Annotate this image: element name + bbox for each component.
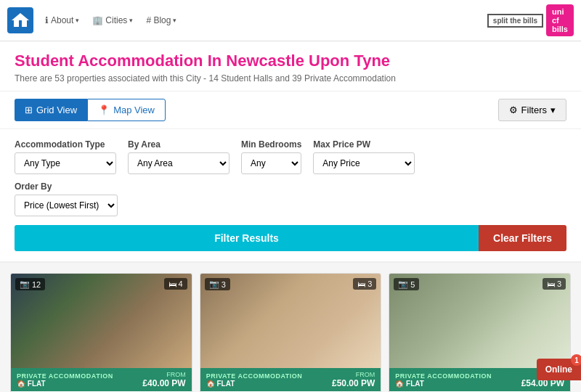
accommodation-type-select[interactable]: Any Type [15, 152, 116, 174]
beds-badge: 🛏 4 [164, 278, 187, 290]
by-area-select[interactable]: Any Area [128, 152, 229, 174]
page-subtitle: There are 53 properties associated with … [15, 73, 566, 83]
online-badge-label: Online [545, 364, 572, 375]
uni-logo[interactable]: unicfbills [546, 4, 574, 36]
clear-filters-button[interactable]: Clear Filters [479, 225, 566, 251]
filters-section: Accommodation Type Any Type By Area Any … [0, 129, 581, 263]
card-price: £40.00 PW [142, 378, 185, 388]
nav-blog[interactable]: # Blog ▾ [142, 14, 181, 27]
online-badge-count: 1 [571, 354, 581, 366]
card-price-group: FROM £40.00 PW [142, 371, 185, 388]
card-type-flat: PRIVATE ACCOMMODATION 🏠 FLAT [395, 372, 492, 388]
blog-arrow-icon: ▾ [173, 17, 176, 24]
card-from-label: FROM [332, 371, 375, 378]
beds-count: 3 [557, 279, 561, 288]
page-header: Student Accommodation In Newcastle Upon … [0, 41, 581, 91]
max-price-label: Max Price PW [313, 139, 415, 150]
nav-links: ℹ About ▾ 🏢 Cities ▾ # Blog ▾ [41, 14, 480, 27]
nav-cities[interactable]: 🏢 Cities ▾ [88, 14, 137, 27]
photos-badge: 📷 3 [205, 278, 230, 290]
card-price-group: FROM £50.00 PW [332, 371, 375, 388]
map-pin-icon: 📍 [98, 105, 110, 115]
filter-row-1: Accommodation Type Any Type By Area Any … [15, 139, 566, 174]
about-arrow-icon: ▾ [76, 17, 79, 24]
camera-icon: 📷 [398, 279, 408, 289]
view-toggle-bar: ⊞ Grid View 📍 Map View ⚙ Filters ▾ [0, 91, 581, 129]
property-card: 📷 3 🛏 3 PRIVATE ACCOMMODATION 🏠 FLAT FRO… [200, 273, 382, 392]
svg-marker-2 [12, 13, 29, 20]
card-type-tag: PRIVATE ACCOMMODATION [395, 372, 492, 380]
card-image-wrapper: 📷 5 🛏 3 [389, 274, 570, 368]
photos-badge: 📷 5 [394, 278, 419, 290]
properties-section: 📷 12 🛏 4 PRIVATE ACCOMMODATION 🏠 FLAT FR… [0, 263, 581, 392]
accommodation-type-label: Accommodation Type [15, 139, 116, 150]
building-icon: 🏢 [92, 15, 103, 25]
logo-icon [7, 7, 33, 33]
card-label-bar: PRIVATE ACCOMMODATION 🏠 FLAT FROM £50.00… [200, 368, 381, 391]
min-bedrooms-label: Min Bedrooms [241, 139, 301, 150]
card-flat-label: 🏠 FLAT [17, 380, 113, 388]
filter-max-price: Max Price PW Any Price [313, 139, 415, 174]
properties-grid: 📷 12 🛏 4 PRIVATE ACCOMMODATION 🏠 FLAT FR… [10, 273, 571, 392]
filter-order-by: Order By Price (Lowest First) [15, 181, 118, 216]
nav-about[interactable]: ℹ About ▾ [41, 14, 84, 27]
by-area-label: By Area [128, 139, 229, 150]
photos-count: 12 [32, 280, 41, 289]
bed-icon: 🛏 [547, 279, 555, 288]
filters-arrow-icon: ▾ [550, 105, 556, 115]
logo [7, 7, 33, 33]
grid-icon: ⊞ [25, 105, 33, 115]
filter-by-area: By Area Any Area [128, 139, 229, 174]
gear-icon: ⚙ [509, 105, 518, 115]
splitbills-logo[interactable]: split the bills [487, 14, 543, 28]
page-title: Student Accommodation In Newcastle Upon … [15, 52, 566, 70]
filters-button[interactable]: ⚙ Filters ▾ [498, 99, 566, 121]
filter-actions: Filter Results Clear Filters [15, 225, 566, 251]
info-icon: ℹ [45, 15, 49, 25]
photos-badge: 📷 12 [15, 278, 45, 290]
order-by-select[interactable]: Price (Lowest First) [15, 195, 118, 216]
beds-badge: 🛏 3 [353, 278, 376, 290]
logo-svg [12, 12, 29, 29]
property-card: 📷 12 🛏 4 PRIVATE ACCOMMODATION 🏠 FLAT FR… [10, 273, 192, 392]
beds-badge: 🛏 3 [543, 278, 566, 290]
camera-icon: 📷 [209, 279, 219, 289]
filter-accommodation-type: Accommodation Type Any Type [15, 139, 116, 174]
bed-icon: 🛏 [357, 279, 365, 288]
view-buttons: ⊞ Grid View 📍 Map View [15, 99, 166, 121]
nav-splitbills: split the bills unicfbills [487, 4, 574, 36]
filter-min-bedrooms: Min Bedrooms Any [241, 139, 301, 174]
card-flat-label: 🏠 FLAT [206, 380, 303, 388]
card-type-flat: PRIVATE ACCOMMODATION 🏠 FLAT [206, 372, 303, 388]
card-type-tag: PRIVATE ACCOMMODATION [17, 372, 113, 380]
card-image-wrapper: 📷 3 🛏 3 [200, 274, 381, 368]
card-type-flat: PRIVATE ACCOMMODATION 🏠 FLAT [17, 372, 113, 388]
filter-row-2: Order By Price (Lowest First) [15, 181, 566, 216]
map-view-button[interactable]: 📍 Map View [87, 99, 166, 121]
camera-icon: 📷 [20, 279, 30, 289]
photos-count: 3 [222, 280, 226, 289]
beds-count: 4 [179, 279, 183, 288]
online-badge[interactable]: 1 Online [537, 359, 581, 380]
bed-icon: 🛏 [168, 279, 176, 288]
card-from-label: FROM [142, 371, 185, 378]
grid-view-button[interactable]: ⊞ Grid View [15, 99, 87, 121]
card-label-bar: PRIVATE ACCOMMODATION 🏠 FLAT FROM £40.00… [11, 368, 192, 391]
card-price: £50.00 PW [332, 378, 375, 388]
min-bedrooms-select[interactable]: Any [241, 152, 301, 174]
cities-arrow-icon: ▾ [129, 17, 133, 24]
navbar: ℹ About ▾ 🏢 Cities ▾ # Blog ▾ split the … [0, 0, 581, 41]
card-image-wrapper: 📷 12 🛏 4 [11, 274, 192, 368]
filter-results-button[interactable]: Filter Results [15, 225, 479, 251]
order-by-label: Order By [15, 181, 118, 192]
card-type-tag: PRIVATE ACCOMMODATION [206, 372, 303, 380]
card-flat-label: 🏠 FLAT [395, 380, 492, 388]
beds-count: 3 [367, 279, 372, 288]
max-price-select[interactable]: Any Price [313, 152, 415, 174]
photos-count: 5 [410, 280, 415, 289]
